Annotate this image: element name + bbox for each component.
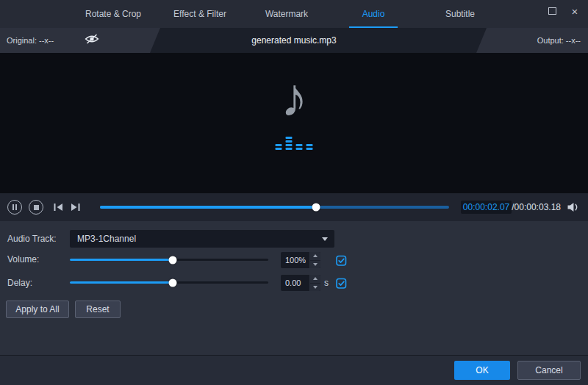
volume-spin-up-button[interactable] [310, 252, 320, 261]
chevron-down-icon [322, 237, 328, 241]
time-display: 00:00:02.07/00:00:03.18 [461, 202, 561, 212]
check-square-icon [335, 277, 348, 289]
next-frame-button[interactable] [70, 203, 81, 212]
delay-value-spinbox[interactable]: 0.00 [281, 275, 320, 291]
ok-button[interactable]: OK [454, 361, 510, 380]
tab-effect-filter[interactable]: Effect & Filter [157, 0, 243, 28]
volume-value-spinbox[interactable]: 100% [281, 252, 320, 268]
volume-value: 100% [281, 252, 309, 268]
apply-delay-to-all-button[interactable] [335, 277, 348, 289]
volume-slider-thumb[interactable] [169, 256, 177, 264]
arrow-up-icon [313, 277, 318, 280]
tabs: Rotate & Crop Effect & Filter Watermark … [70, 0, 503, 28]
progress-slider[interactable] [100, 206, 449, 209]
arrow-down-icon [313, 286, 318, 289]
tab-bar: Rotate & Crop Effect & Filter Watermark … [0, 0, 588, 28]
skip-forward-icon [70, 203, 81, 212]
tab-rotate-crop[interactable]: Rotate & Crop [70, 0, 157, 28]
apply-to-all-button[interactable]: Apply to All [6, 301, 69, 318]
delay-spin-down-button[interactable] [310, 284, 320, 292]
volume-label: Volume: [7, 253, 39, 265]
maximize-icon [548, 7, 556, 15]
stop-icon [34, 205, 39, 210]
music-note-icon: ♪ [281, 66, 308, 129]
close-button[interactable]: × [569, 5, 581, 17]
audio-track-value: MP3-1Channel [77, 234, 136, 244]
volume-slider[interactable] [70, 259, 268, 261]
audio-editor-window: Rotate & Crop Effect & Filter Watermark … [0, 0, 588, 385]
arrow-up-icon [313, 254, 318, 257]
delay-unit-label: s [324, 275, 329, 291]
apply-volume-to-all-button[interactable] [335, 254, 348, 267]
audio-track-dropdown[interactable]: MP3-1Channel [70, 230, 334, 248]
reset-button[interactable]: Reset [75, 301, 121, 318]
arrow-down-icon [313, 263, 318, 266]
current-time: 00:00:02.07 [461, 201, 512, 214]
speaker-icon [567, 202, 581, 212]
delay-value: 0.00 [281, 275, 309, 291]
skip-back-icon [53, 203, 64, 212]
previous-frame-button[interactable] [53, 203, 64, 212]
check-square-icon [335, 254, 348, 267]
progress-thumb[interactable] [312, 204, 320, 212]
volume-spin-down-button[interactable] [310, 261, 320, 269]
equalizer-icon [276, 137, 313, 150]
toggle-original-preview-button[interactable] [85, 34, 99, 47]
original-resolution-label: Original: --x-- [7, 36, 54, 45]
delay-slider-thumb[interactable] [169, 278, 177, 287]
player-bar: 00:00:02.07/00:00:03.18 [0, 193, 588, 221]
delay-slider[interactable] [70, 281, 268, 284]
preview-area: ♪ [0, 53, 588, 193]
footer-bar: OK Cancel [0, 355, 588, 385]
pause-button[interactable] [7, 200, 22, 215]
maximize-button[interactable] [546, 5, 558, 17]
total-time: 00:00:03.18 [514, 202, 561, 212]
output-resolution-label: Output: --x-- [537, 36, 581, 45]
tab-watermark[interactable]: Watermark [243, 0, 330, 28]
mute-button[interactable] [567, 202, 581, 212]
info-bar: generated music.mp3 Original: --x-- Outp… [0, 28, 588, 53]
tab-subtitle[interactable]: Subtitle [417, 0, 503, 28]
cancel-button[interactable]: Cancel [517, 361, 581, 380]
pause-icon [12, 204, 14, 210]
delay-spin-up-button[interactable] [310, 275, 320, 284]
tab-audio[interactable]: Audio [330, 0, 417, 28]
stop-button[interactable] [29, 200, 43, 215]
original-info-segment: Original: --x-- [0, 28, 160, 53]
audio-settings-panel: Audio Track: MP3-1Channel Volume: 100% D… [0, 221, 588, 355]
delay-label: Delay: [7, 277, 32, 289]
output-info-segment: Output: --x-- [476, 28, 588, 53]
window-controls: × [546, 0, 581, 22]
progress-fill [100, 206, 316, 209]
eye-slash-icon [85, 34, 99, 47]
audio-track-label: Audio Track: [7, 230, 57, 248]
